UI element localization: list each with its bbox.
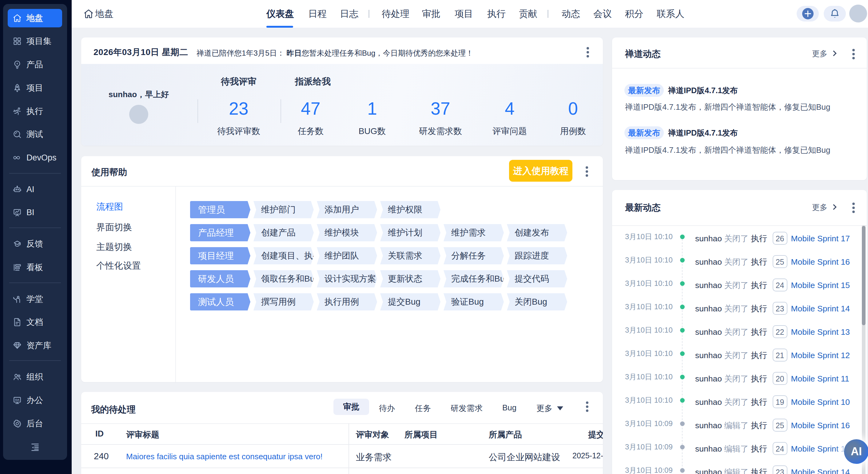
svg-text:OA: OA (15, 398, 20, 402)
